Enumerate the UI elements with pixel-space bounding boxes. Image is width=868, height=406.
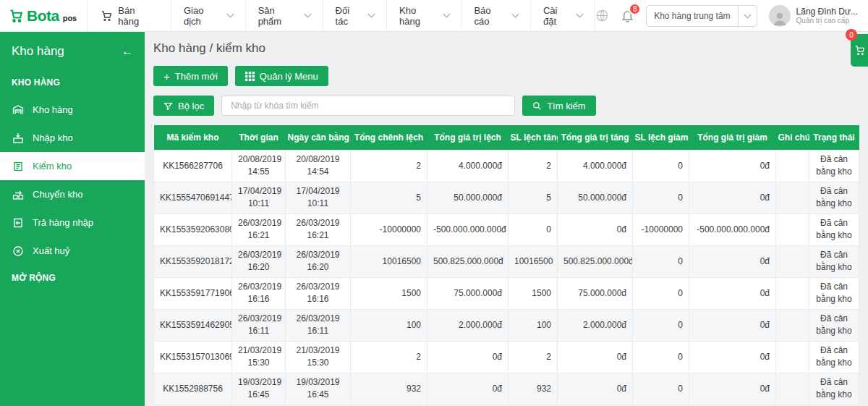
table-cell: KK1552988756 (154, 373, 232, 405)
table-cell: 932 (509, 373, 558, 405)
table-cell: 0đ (689, 182, 776, 213)
table-cell (776, 309, 809, 341)
table-cell: 20/08/2019 14:55 (232, 150, 286, 182)
logo-text-secondary: pos (63, 14, 77, 22)
menu-bao-cao[interactable]: Báo cáo (461, 0, 531, 31)
table-cell: 500.825.000.000đ (427, 245, 509, 277)
notification-badge: 8 (629, 3, 641, 15)
collapse-arrow-icon[interactable]: ← (122, 45, 133, 58)
table-cell: 0đ (689, 373, 776, 405)
sidebar-item-chuyen-kho[interactable]: Chuyển kho (0, 180, 145, 208)
table-cell: 2 (509, 341, 558, 373)
chevron-down-icon (576, 11, 584, 18)
table-cell (776, 373, 809, 405)
table-cell (776, 277, 809, 309)
user-menu[interactable]: Lãng Đình Dư... Quản trị cao cấp (769, 5, 858, 27)
table-cell: 0đ (427, 373, 509, 405)
table-cell: KK1553591771906 (154, 277, 232, 309)
sidebar-section-mo-rong: MỞ RỘNG (0, 265, 145, 291)
table-row[interactable]: KK155315701306921/03/2019 15:3021/03/201… (154, 341, 859, 373)
table-cell: 2.000.000đ (427, 309, 509, 341)
table-cell: Đã cân bằng kho (809, 150, 859, 182)
add-new-button[interactable]: + Thêm mới (153, 66, 228, 86)
table-cell: 0 (633, 309, 689, 341)
table-cell: 26/03/2019 16:21 (232, 213, 286, 245)
table-row[interactable]: KK155359146290526/03/2019 16:1126/03/201… (154, 309, 859, 341)
sidebar-item-nhap-kho[interactable]: Nhập kho (0, 124, 145, 152)
sidebar-title: Kho hàng (12, 44, 64, 59)
table-cell: 19/03/2019 16:45 (232, 373, 286, 405)
menu-kho-hang[interactable]: Kho hàng (387, 0, 461, 31)
notifications-button[interactable]: 8 (621, 9, 634, 22)
menu-san-pham[interactable]: Sản phẩm (246, 0, 323, 31)
table-cell: 1500 (509, 277, 558, 309)
sidebar-item-label: Kho hàng (33, 104, 73, 115)
sidebar-item-label: Trả hàng nhập (33, 217, 93, 228)
table-row[interactable]: KK156628770620/08/2019 14:5520/08/2019 1… (154, 150, 859, 182)
sidebar-section-kho-hang: KHO HÀNG (0, 69, 145, 96)
actions-row: + Thêm mới Quản lý Menu (153, 66, 859, 86)
topbar: Bota pos Bán hàng Giao dịch Sản phẩm Đối… (0, 0, 868, 32)
manage-menu-label: Quản lý Menu (260, 71, 318, 82)
breadcrumb: Kho hàng / kiểm kho (153, 41, 859, 56)
chevron-down-icon (226, 11, 234, 18)
table-cell: Đã cân bằng kho (809, 341, 859, 373)
table-cell: 0 (633, 373, 689, 405)
stock-check-icon (12, 161, 25, 172)
sidebar-item-kiem-kho[interactable]: Kiểm kho (0, 152, 145, 180)
table-cell: 100 (509, 309, 558, 341)
sidebar-item-label: Kiểm kho (33, 161, 72, 172)
search-button[interactable]: Tìm kiếm (522, 96, 595, 116)
menu-label: Báo cáo (474, 5, 508, 27)
menu-cai-dat[interactable]: Cài đặt (531, 0, 595, 31)
table-row[interactable]: KK155547069144717/04/2019 10:1117/04/201… (154, 182, 859, 213)
store-selector[interactable]: Kho hàng trung tâm (646, 5, 757, 27)
table-cell: 10016500 (351, 245, 427, 277)
sidebar-item-xuat-huy[interactable]: Xuất huỷ (0, 237, 145, 265)
table-cell: KK1553591462905 (154, 309, 232, 341)
table-cell: 10016500 (509, 245, 558, 277)
table-row[interactable]: KK155359201817226/03/2019 16:2026/03/201… (154, 245, 859, 277)
warehouse-icon (12, 104, 25, 116)
table-cell: 26/03/2019 16:21 (286, 213, 351, 245)
table-cell: 932 (351, 373, 427, 405)
filter-button[interactable]: Bộ lọc (153, 96, 214, 116)
table-row[interactable]: KK155359177190626/03/2019 16:1626/03/201… (154, 277, 859, 309)
menu-doi-tac[interactable]: Đối tác (323, 0, 387, 31)
table-row[interactable]: KK155298875619/03/2019 16:4519/03/2019 1… (154, 373, 859, 405)
manage-menu-button[interactable]: Quản lý Menu (235, 66, 328, 86)
plus-icon: + (163, 71, 170, 82)
menu-giao-dich[interactable]: Giao dịch (171, 0, 246, 31)
sidebar-item-kho-hang[interactable]: Kho hàng (0, 96, 145, 124)
stock-check-table: Mã kiểm khoThời gianNgày cân bằngTổng ch… (153, 125, 859, 405)
table-cell: Đã cân bằng kho (809, 245, 859, 277)
table-cell: 26/03/2019 16:11 (232, 309, 286, 341)
search-input[interactable] (221, 96, 515, 116)
column-header: Mã kiểm kho (154, 125, 232, 150)
sidebar-item-tra-hang-nhap[interactable]: Trả hàng nhập (0, 208, 145, 237)
table-cell: 5 (509, 182, 558, 213)
table-cell: 75.000.000đ (427, 277, 509, 309)
table-cell: 500.825.000.000đ (558, 245, 633, 277)
floating-cart-button[interactable]: 0 (851, 34, 868, 67)
user-role: Quản trị cao cấp (796, 17, 858, 25)
table-cell: 0đ (427, 341, 509, 373)
sell-button[interactable]: Bán hàng (87, 0, 171, 31)
globe-icon[interactable] (595, 9, 609, 22)
table-cell: 1500 (351, 277, 427, 309)
table-row[interactable]: KK155359206308026/03/2019 16:2126/03/201… (154, 213, 859, 245)
logo[interactable]: Bota pos (0, 0, 87, 31)
table-cell: 0 (633, 277, 689, 309)
table-cell: -500.000.000.000đ (427, 213, 509, 245)
funnel-icon (163, 101, 173, 111)
column-header: Ngày cân bằng (286, 125, 351, 150)
table-cell: Đã cân bằng kho (809, 182, 859, 213)
table-cell (776, 213, 809, 245)
table-cell: -10000000 (633, 213, 689, 245)
table-cell: 0 (633, 150, 689, 182)
chevron-down-icon (512, 11, 519, 18)
table-cell: 17/04/2019 10:11 (232, 182, 286, 213)
table-cell: Đã cân bằng kho (809, 213, 859, 245)
column-header: Tổng giá trị tăng (558, 125, 633, 150)
table-cell: 2 (351, 150, 427, 182)
